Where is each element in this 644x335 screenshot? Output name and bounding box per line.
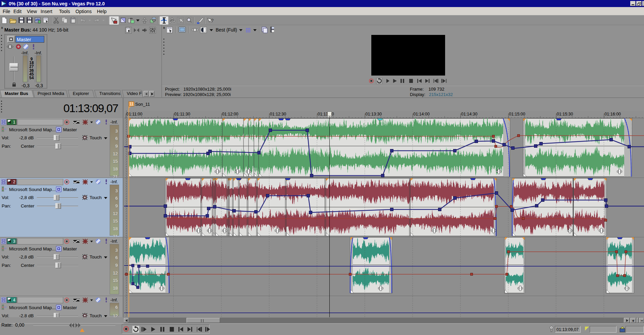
svg-text:01:13:30: 01:13:30	[366, 112, 382, 116]
svg-text:?: ?	[211, 18, 214, 23]
svg-text:Best (Full): Best (Full)	[216, 27, 237, 33]
svg-text:01:11:30: 01:11:30	[174, 112, 190, 116]
svg-text:01:16:00: 01:16:00	[604, 112, 621, 116]
svg-text:3: 3	[13, 239, 15, 244]
svg-text:01:14:00: 01:14:00	[413, 112, 430, 116]
svg-text:01:14:30: 01:14:30	[461, 112, 478, 116]
svg-text:01:15:30: 01:15:30	[557, 112, 573, 116]
svg-text:01:12:30: 01:12:30	[270, 112, 286, 116]
svg-text:2: 2	[13, 180, 15, 184]
svg-text:?: ?	[28, 17, 30, 21]
svg-text:01:12:00: 01:12:00	[222, 112, 238, 116]
svg-text:1: 1	[13, 120, 15, 125]
svg-text:4: 4	[13, 298, 15, 302]
svg-text:01:15:00: 01:15:00	[509, 112, 525, 116]
